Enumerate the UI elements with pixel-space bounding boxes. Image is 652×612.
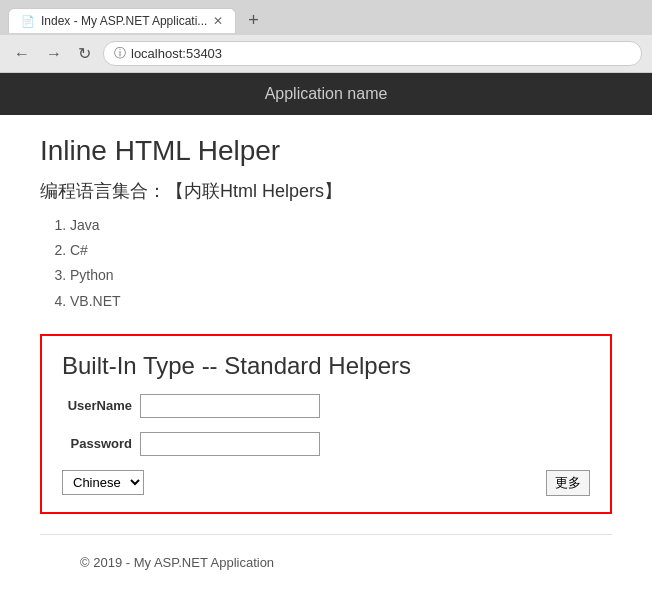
list-item: Java [70, 213, 612, 238]
tab-bar: 📄 Index - My ASP.NET Applicati... ✕ + [0, 0, 652, 35]
list-item: C# [70, 238, 612, 263]
box-title: Built-In Type -- Standard Helpers [62, 352, 590, 380]
helpers-box: Built-In Type -- Standard Helpers UserNa… [40, 334, 612, 514]
browser-chrome: 📄 Index - My ASP.NET Applicati... ✕ + ← … [0, 0, 652, 73]
forward-button[interactable]: → [42, 43, 66, 65]
new-tab-button[interactable]: + [240, 6, 267, 35]
tab-close-button[interactable]: ✕ [213, 14, 223, 28]
more-button[interactable]: 更多 [546, 470, 590, 496]
address-text: localhost:53403 [131, 46, 222, 61]
password-row: Password [62, 432, 590, 456]
page-content: Inline HTML Helper 编程语言集合：【内联Html Helper… [0, 115, 652, 600]
footer-divider [40, 534, 612, 535]
username-input[interactable] [140, 394, 320, 418]
username-label: UserName [62, 398, 132, 413]
page-subtitle: 编程语言集合：【内联Html Helpers】 [40, 179, 612, 203]
username-row: UserName [62, 394, 590, 418]
password-label: Password [62, 436, 132, 451]
address-input[interactable]: ⓘ localhost:53403 [103, 41, 642, 66]
tab-title: Index - My ASP.NET Applicati... [41, 14, 207, 28]
back-button[interactable]: ← [10, 43, 34, 65]
tab-page-icon: 📄 [21, 15, 35, 28]
app-header: Application name [0, 73, 652, 115]
language-dropdown[interactable]: Chinese English French [62, 470, 144, 495]
page-footer: © 2019 - My ASP.NET Application [40, 545, 612, 580]
active-tab[interactable]: 📄 Index - My ASP.NET Applicati... ✕ [8, 8, 236, 33]
address-info-icon: ⓘ [114, 45, 126, 62]
bottom-row: Chinese English French 更多 [62, 470, 590, 496]
address-bar: ← → ↻ ⓘ localhost:53403 [0, 35, 652, 72]
footer-text: © 2019 - My ASP.NET Application [80, 555, 274, 570]
language-list: Java C# Python VB.NET [70, 213, 612, 314]
refresh-button[interactable]: ↻ [74, 42, 95, 65]
list-item: Python [70, 263, 612, 288]
page-title: Inline HTML Helper [40, 135, 612, 167]
app-header-title: Application name [265, 85, 388, 102]
password-input[interactable] [140, 432, 320, 456]
list-item: VB.NET [70, 289, 612, 314]
